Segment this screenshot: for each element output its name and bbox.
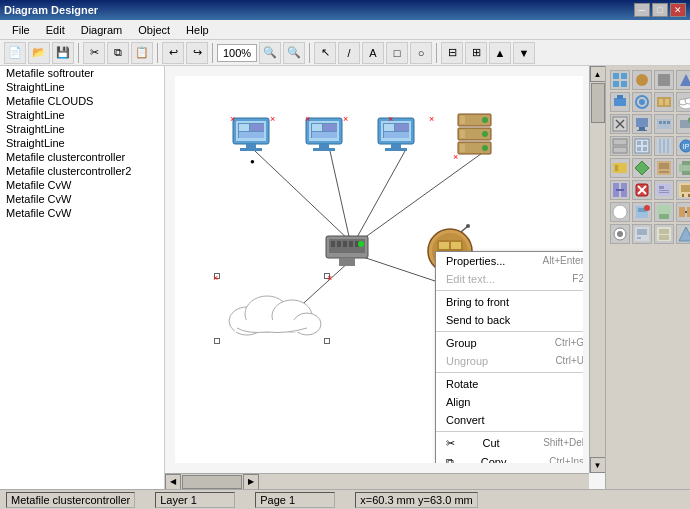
cut-button[interactable]: ✂ [83, 42, 105, 64]
scroll-right-button[interactable]: ▶ [243, 474, 259, 490]
palette-icon-12[interactable] [676, 114, 690, 134]
align-button[interactable]: ⊟ [441, 42, 463, 64]
dist-button[interactable]: ⊞ [465, 42, 487, 64]
ctx-edit-text[interactable]: Edit text... F2 [436, 270, 583, 288]
palette-icon-30[interactable] [632, 224, 652, 244]
switch-icon[interactable] [323, 231, 373, 271]
palette-icon-23[interactable] [654, 180, 674, 200]
zoom-level[interactable]: 100% [217, 44, 257, 62]
paste-button[interactable]: 📋 [131, 42, 153, 64]
list-item[interactable]: Metafile CvW [0, 192, 164, 206]
ctx-properties[interactable]: Properties... Alt+Enter [436, 252, 583, 270]
ctx-convert[interactable]: Convert ▶ [436, 411, 583, 429]
redo-button[interactable]: ↪ [186, 42, 208, 64]
palette-icon-17[interactable] [610, 158, 630, 178]
vertical-scrollbar[interactable]: ▲ ▼ [589, 66, 605, 473]
list-item[interactable]: StraightLine [0, 108, 164, 122]
list-item[interactable]: StraightLine [0, 80, 164, 94]
diagram[interactable]: ● [175, 76, 583, 463]
ctx-copy[interactable]: ⧉ Copy Ctrl+Ins [436, 453, 583, 463]
ctx-ungroup[interactable]: Ungroup Ctrl+U [436, 352, 583, 370]
list-item[interactable]: Metafile CvW [0, 178, 164, 192]
sel-x: × [230, 114, 235, 124]
palette-icon-18[interactable] [632, 158, 652, 178]
palette-icon-15[interactable] [654, 136, 674, 156]
ctx-align[interactable]: Align ▶ [436, 393, 583, 411]
ctx-send-back[interactable]: Send to back [436, 311, 583, 329]
palette-icon-8[interactable] [676, 92, 690, 112]
back-button[interactable]: ▼ [513, 42, 535, 64]
computer-icon-1[interactable]: ● [230, 116, 275, 166]
ctx-group[interactable]: Group Ctrl+G [436, 334, 583, 352]
scroll-thumb-v[interactable] [591, 83, 605, 123]
server-icon[interactable] [453, 112, 498, 162]
palette-icon-32[interactable] [676, 224, 690, 244]
scroll-down-button[interactable]: ▼ [590, 457, 606, 473]
palette-icon-9[interactable] [610, 114, 630, 134]
new-button[interactable]: 📄 [4, 42, 26, 64]
ctx-cut[interactable]: ✂ Cut Shift+Del [436, 434, 583, 453]
computer-icon-3[interactable] [375, 116, 420, 156]
palette-icon-6[interactable] [632, 92, 652, 112]
palette-icon-24[interactable] [676, 180, 690, 200]
menu-edit[interactable]: Edit [38, 22, 73, 38]
palette-icon-10[interactable] [632, 114, 652, 134]
canvas-area[interactable]: ● [165, 66, 605, 489]
minimize-button[interactable]: ─ [634, 3, 650, 17]
palette-icon-22[interactable] [632, 180, 652, 200]
palette-icon-31[interactable] [654, 224, 674, 244]
palette-icon-16[interactable]: IP [676, 136, 690, 156]
close-button[interactable]: ✕ [670, 3, 686, 17]
save-button[interactable]: 💾 [52, 42, 74, 64]
palette-icon-26[interactable] [632, 202, 652, 222]
palette-icon-2[interactable] [632, 70, 652, 90]
palette-icon-11[interactable] [654, 114, 674, 134]
scroll-left-button[interactable]: ◀ [165, 474, 181, 490]
palette-icon-29[interactable] [610, 224, 630, 244]
pointer-button[interactable]: ↖ [314, 42, 336, 64]
list-item[interactable]: Metafile clustercontroller [0, 150, 164, 164]
zoom-in-button[interactable]: 🔍 [259, 42, 281, 64]
palette-icon-27[interactable] [654, 202, 674, 222]
ctx-bring-front[interactable]: Bring to front [436, 293, 583, 311]
list-item[interactable]: Metafile softrouter [0, 66, 164, 80]
line-button[interactable]: / [338, 42, 360, 64]
menu-diagram[interactable]: Diagram [73, 22, 131, 38]
palette-icon-14[interactable] [632, 136, 652, 156]
shape-button[interactable]: □ [386, 42, 408, 64]
list-item[interactable]: StraightLine [0, 122, 164, 136]
palette-icon-4[interactable] [676, 70, 690, 90]
horizontal-scrollbar[interactable]: ◀ ▶ [165, 473, 589, 489]
palette-icon-28[interactable] [676, 202, 690, 222]
menu-file[interactable]: File [4, 22, 38, 38]
palette-icon-21[interactable] [610, 180, 630, 200]
menu-help[interactable]: Help [178, 22, 217, 38]
palette-icon-13[interactable] [610, 136, 630, 156]
palette-icon-7[interactable] [654, 92, 674, 112]
cloud-icon[interactable] [217, 276, 327, 341]
list-item[interactable]: Metafile clustercontroller2 [0, 164, 164, 178]
open-button[interactable]: 📂 [28, 42, 50, 64]
palette-icon-3[interactable] [654, 70, 674, 90]
palette-icon-20[interactable] [676, 158, 690, 178]
text-button[interactable]: A [362, 42, 384, 64]
scroll-thumb-h[interactable] [182, 475, 242, 489]
shape2-button[interactable]: ○ [410, 42, 432, 64]
copy-button[interactable]: ⧉ [107, 42, 129, 64]
list-item[interactable]: Metafile CvW [0, 206, 164, 220]
undo-button[interactable]: ↩ [162, 42, 184, 64]
sel-handle-bl [214, 338, 220, 344]
svg-rect-97 [643, 147, 647, 151]
menu-object[interactable]: Object [130, 22, 178, 38]
list-item[interactable]: Metafile CLOUDS [0, 94, 164, 108]
list-item[interactable]: StraightLine [0, 136, 164, 150]
palette-icon-19[interactable] [654, 158, 674, 178]
ctx-rotate[interactable]: Rotate ▶ [436, 375, 583, 393]
palette-icon-5[interactable] [610, 92, 630, 112]
palette-icon-1[interactable] [610, 70, 630, 90]
palette-icon-25[interactable] [610, 202, 630, 222]
front-button[interactable]: ▲ [489, 42, 511, 64]
maximize-button[interactable]: □ [652, 3, 668, 17]
scroll-up-button[interactable]: ▲ [590, 66, 606, 82]
zoom-out-button[interactable]: 🔍 [283, 42, 305, 64]
